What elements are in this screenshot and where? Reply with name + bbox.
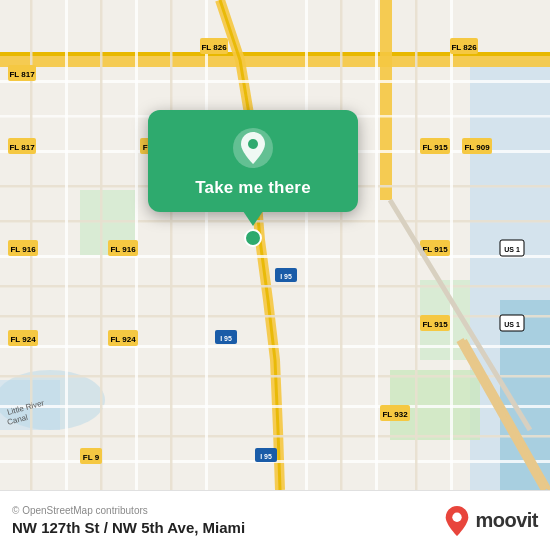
take-me-there-button[interactable]: Take me there — [195, 178, 311, 198]
svg-text:I 95: I 95 — [280, 273, 292, 280]
svg-rect-14 — [0, 220, 550, 223]
copyright-text: © OpenStreetMap contributors — [12, 505, 245, 516]
svg-rect-30 — [340, 0, 343, 490]
svg-rect-20 — [0, 405, 550, 408]
svg-rect-7 — [0, 55, 550, 67]
svg-rect-29 — [305, 0, 308, 490]
svg-rect-15 — [0, 255, 550, 258]
bottom-bar: © OpenStreetMap contributors NW 127th St… — [0, 490, 550, 550]
svg-text:FL 916: FL 916 — [110, 245, 136, 254]
svg-rect-31 — [375, 0, 378, 490]
map-container: FL 826 FL 826 FL 817 FL 817 FL 9 FL 916 … — [0, 0, 550, 490]
moovit-brand-text: moovit — [475, 509, 538, 532]
svg-rect-16 — [0, 285, 550, 288]
svg-text:FL 915: FL 915 — [422, 320, 448, 329]
svg-text:FL 826: FL 826 — [451, 43, 477, 52]
svg-text:FL 932: FL 932 — [382, 410, 408, 419]
svg-text:US 1: US 1 — [504, 246, 520, 253]
bottom-left: © OpenStreetMap contributors NW 127th St… — [12, 505, 245, 536]
svg-text:FL 915: FL 915 — [422, 143, 448, 152]
map-svg: FL 826 FL 826 FL 817 FL 817 FL 9 FL 916 … — [0, 0, 550, 490]
svg-text:FL 9: FL 9 — [83, 453, 100, 462]
svg-text:FL 915: FL 915 — [422, 245, 448, 254]
svg-rect-27 — [170, 0, 173, 490]
svg-rect-21 — [0, 435, 550, 438]
svg-text:FL 916: FL 916 — [10, 245, 36, 254]
svg-text:FL 817: FL 817 — [9, 143, 35, 152]
svg-rect-17 — [0, 315, 550, 318]
svg-rect-33 — [450, 0, 453, 490]
svg-text:FL 924: FL 924 — [110, 335, 136, 344]
svg-text:I 95: I 95 — [260, 453, 272, 460]
svg-point-79 — [453, 512, 462, 521]
svg-point-76 — [245, 230, 261, 246]
svg-rect-10 — [0, 80, 550, 83]
popup-card: Take me there — [148, 110, 358, 212]
svg-text:US 1: US 1 — [504, 321, 520, 328]
svg-text:FL 909: FL 909 — [464, 143, 490, 152]
svg-point-78 — [248, 139, 258, 149]
location-text: NW 127th St / NW 5th Ave, Miami — [12, 519, 245, 536]
map-pin-icon — [231, 126, 275, 170]
svg-rect-24 — [65, 0, 68, 490]
moovit-pin-icon — [443, 505, 471, 537]
svg-text:FL 826: FL 826 — [201, 43, 227, 52]
svg-rect-28 — [205, 0, 208, 490]
svg-rect-25 — [100, 0, 103, 490]
svg-text:I 95: I 95 — [220, 335, 232, 342]
svg-rect-19 — [0, 375, 550, 378]
svg-rect-9 — [380, 0, 392, 200]
moovit-logo: moovit — [443, 505, 538, 537]
svg-text:FL 924: FL 924 — [10, 335, 36, 344]
svg-text:FL 817: FL 817 — [9, 70, 35, 79]
